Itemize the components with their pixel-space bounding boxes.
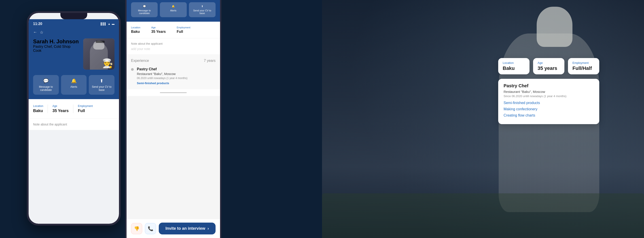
alerts-button[interactable]: 🔔 Alerts [61, 75, 87, 95]
center-message-label: Message to candidate [133, 9, 156, 14]
overlay-location-card: Location Baku [498, 58, 530, 74]
overlay-location-value: Baku [503, 65, 525, 71]
overlay-info-cards-row: Location Baku Age 35 years Employment Fu… [498, 58, 599, 74]
phone-center-top: 💬 Message to candidate 🔔 Alerts ⬆ Send y… [126, 0, 220, 22]
exp-company: Restaurant "Baku", Moscow [137, 72, 188, 76]
battery-icon: ▬ [112, 22, 114, 25]
note-title-center: Note about the applicant [131, 42, 216, 45]
invite-button[interactable]: Invite to an interview › [159, 223, 216, 235]
location-value: Baku [33, 108, 43, 113]
center-employment-card: Employment Full [177, 26, 190, 34]
invite-label: Invite to an interview [166, 226, 205, 231]
phone-icon: 📞 [148, 226, 154, 231]
pastry-chef-card: Pastry Chef Restaurant "Baku", Moscow Si… [498, 79, 599, 124]
nav-bar: ← ☆ [33, 30, 114, 35]
back-button[interactable]: ← [33, 30, 37, 35]
face-mask [96, 41, 105, 43]
location-card: Location Baku [33, 104, 43, 113]
age-label: Age [52, 104, 69, 108]
employment-value: Full [78, 108, 93, 113]
exp-dot [131, 68, 134, 71]
center-action-buttons: 💬 Message to candidate 🔔 Alerts ⬆ Send y… [131, 0, 216, 17]
info-section-left: Location Baku Age 35 Years Employment Fu… [28, 99, 119, 119]
skill-2: Making confectionery [504, 107, 594, 111]
bell-icon: 🔔 [71, 78, 77, 83]
center-send-cv-button[interactable]: ⬆ Send your CV to base [189, 2, 216, 17]
profile-name: Sarah H. Johnson [33, 38, 80, 45]
center-upload-icon: ⬆ [201, 5, 203, 8]
phone-left-header: ← ☆ Sarah H. Johnson Pastry Chef, Cold S… [28, 28, 119, 75]
exp-content: Pastry Chef Restaurant "Baku", Moscow 06… [137, 67, 188, 85]
center-alerts-label: Alerts [170, 9, 176, 12]
note-label-left: Note about the applicant [33, 123, 67, 126]
chef-photo [83, 38, 114, 70]
overlay-cards: Location Baku Age 35 years Employment Fu… [498, 58, 599, 124]
alerts-label: Alerts [70, 85, 77, 88]
profile-image [83, 38, 114, 70]
note-placeholder[interactable]: add your note [131, 47, 216, 51]
thumbs-down-icon: 👎 [134, 226, 140, 231]
overlay-employment-label: Employment [572, 61, 595, 64]
pastry-title: Pastry Chef [504, 83, 594, 88]
center-employment-value: Full [177, 30, 190, 34]
status-icons: ▌▌▌ ▲ ▬ [101, 22, 114, 25]
home-bar [160, 92, 187, 93]
wifi-icon: ▲ [108, 22, 110, 25]
exp-tag: Semi-finished products [137, 81, 188, 85]
center-alerts-button[interactable]: 🔔 Alerts [160, 2, 186, 17]
action-buttons-left: 💬 Message to candidate 🔔 Alerts ⬆ Send y… [28, 75, 119, 99]
phone-left-inner: 11:20 ▌▌▌ ▲ ▬ ← ☆ Sarah H. Johnson Pastr… [28, 13, 119, 224]
overlay-employment-card: Employment Full/Half [568, 58, 599, 74]
kitchen-table [322, 193, 644, 238]
center-location-card: Location Baku [131, 26, 140, 34]
center-message-button[interactable]: 💬 Message to candidate [131, 2, 158, 17]
profile-content: Sarah H. Johnson Pastry Chef, Cold Shop … [33, 38, 114, 70]
call-button[interactable]: 📞 [145, 223, 156, 234]
overlay-employment-value: Full/Half [572, 65, 595, 71]
location-label: Location [33, 104, 43, 108]
home-indicator [126, 89, 220, 96]
exp-title: Pastry Chef [137, 67, 188, 71]
pastry-company: Restaurant "Baku", Moscow [504, 90, 594, 94]
center-age-card: Age 35 Years [152, 26, 166, 34]
experience-title: Experience [131, 59, 149, 63]
center-age-value: 35 Years [152, 30, 166, 34]
phone-left: 11:20 ▌▌▌ ▲ ▬ ← ☆ Sarah H. Johnson Pastr… [27, 11, 121, 226]
bottom-bar-center: 👎 📞 Invite to an interview › [126, 219, 220, 238]
bookmark-button[interactable]: ☆ [40, 30, 44, 35]
profile-text: Sarah H. Johnson Pastry Chef, Cold Shop … [33, 38, 80, 53]
center-send-cv-label: Send your CV to base [191, 9, 214, 14]
info-cards-left: Location Baku Age 35 Years Employment Fu… [33, 104, 114, 113]
age-card: Age 35 Years [52, 104, 69, 113]
overlay-age-value: 35 years [538, 65, 560, 71]
invite-arrow-icon: › [208, 226, 209, 231]
signal-icon: ▌▌▌ [101, 22, 107, 25]
employment-label: Employment [78, 104, 93, 108]
overlay-location-label: Location [503, 61, 525, 64]
skill-1: Semi-finished products [504, 101, 594, 105]
age-value: 35 Years [52, 108, 69, 113]
profile-title: Pastry Chef, Cold Shop Cook [33, 45, 80, 53]
center-age-label: Age [152, 26, 166, 29]
experience-years: 7 years [204, 59, 216, 63]
overlay-age-label: Age [538, 61, 560, 64]
pastry-date: Since 06.2020 untill nowadays (1 year 4 … [504, 94, 594, 98]
center-location-value: Baku [131, 30, 140, 34]
exp-date: 06.2020 untill nowadays (1 year 4 months… [137, 77, 188, 80]
reject-button[interactable]: 👎 [131, 223, 142, 234]
phone-center: 💬 Message to candidate 🔔 Alerts ⬆ Send y… [125, 0, 222, 238]
message-button[interactable]: 💬 Message to candidate [33, 75, 59, 95]
upload-icon: ⬆ [100, 78, 104, 83]
experience-header: Experience 7 years [131, 59, 216, 63]
center-info-cards: Location Baku Age 35 Years Employment Fu… [131, 26, 216, 34]
employment-card: Employment Full [78, 104, 93, 113]
phone-notch-left [60, 13, 87, 19]
center-employment-label: Employment [177, 26, 190, 29]
skill-3: Creating flow charts [504, 113, 594, 117]
status-time: 11:20 [33, 22, 42, 26]
center-location-label: Location [131, 26, 140, 29]
center-message-icon: 💬 [143, 5, 146, 8]
message-label: Message to candidate [35, 85, 57, 92]
note-section-left: Note about the applicant [28, 119, 119, 130]
send-cv-button[interactable]: ⬆ Send your CV to base [89, 75, 114, 95]
